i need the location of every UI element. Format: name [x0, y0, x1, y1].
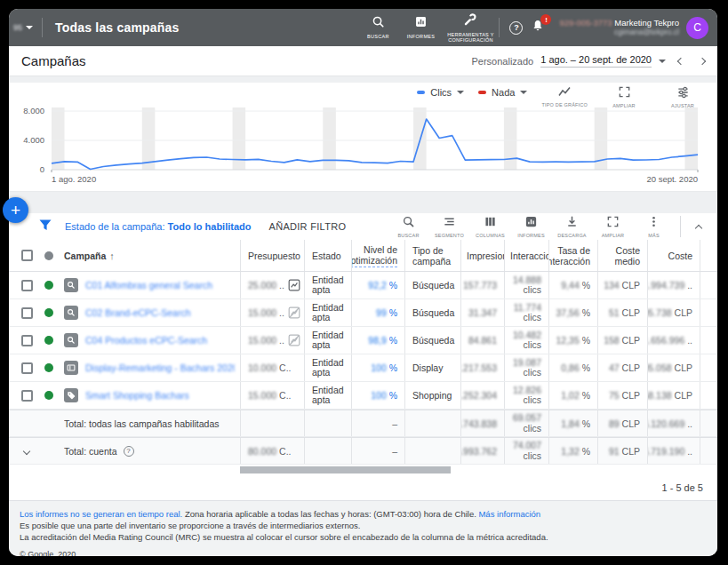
download-button[interactable]: DESCARGA [552, 215, 592, 238]
optimization-score[interactable]: 92,2 % [368, 280, 397, 290]
status-dot-enabled[interactable] [44, 391, 53, 400]
optimization-score[interactable]: 100 % [371, 362, 397, 373]
total-label: Total: todas las campañas habilitadas [64, 418, 220, 429]
header-estado[interactable]: Estado [304, 240, 351, 271]
page-title: Campañas [21, 53, 86, 68]
notifications-button[interactable]: ! [531, 19, 545, 36]
x-axis-end-label: 20 sept. 2020 [646, 174, 698, 184]
impressions-value: 31.347 [468, 307, 497, 318]
date-range-caret-icon[interactable] [659, 60, 666, 63]
status-dot-enabled[interactable] [44, 336, 53, 345]
header-tipo-campana[interactable]: Tipo de campaña [404, 240, 460, 271]
campaign-link[interactable]: Smart Shopping Bachars [85, 390, 189, 401]
clics-legend-dot [417, 91, 425, 94]
header-campaign[interactable]: Campaña↑ [64, 240, 240, 271]
optimization-score[interactable]: 99 % [376, 307, 397, 318]
campaign-link[interactable]: C02 Brand-eCPC-Search [85, 307, 190, 318]
toolbar-divider [680, 216, 681, 237]
add-campaign-fab[interactable]: + [3, 197, 28, 223]
search-button[interactable]: BUSCAR [356, 15, 399, 40]
nada-caret-icon [520, 91, 527, 94]
footer-realtime-link[interactable]: Los informes no se generan en tiempo rea… [20, 509, 182, 519]
interactions-value: 19.087clics [505, 358, 541, 378]
more-button[interactable]: MÁS [634, 215, 674, 238]
campaign-link[interactable]: C01 Alfombras general Search [85, 280, 212, 290]
date-prev-chevron[interactable] [677, 57, 684, 64]
entity-status: Entidad apta [312, 275, 348, 296]
header-coste-medio[interactable]: Coste medio [597, 240, 647, 271]
interactions-total: 74.007clics [505, 441, 541, 461]
status-dot-enabled[interactable] [44, 281, 53, 290]
series-selector-nada[interactable]: Nada [478, 87, 527, 98]
header-interacciones[interactable]: Interacciones [504, 240, 548, 271]
campaign-row[interactable]: C02 Brand-eCPC-Search 15.000 .. Entidad … [9, 299, 717, 327]
google-ads-window: 95 Todas las campañas BUSCAR INFORMES HE… [9, 9, 717, 556]
clics-time-series-chart: 8.0004.00001 ago. 202020 sept. 2020 [9, 104, 717, 192]
chart-adjust-button[interactable]: AJUSTAR [660, 85, 705, 108]
add-filter-button[interactable]: AÑADIR FILTRO [269, 221, 347, 232]
header-coste[interactable]: Coste [647, 240, 700, 271]
date-next-chevron[interactable] [699, 57, 706, 64]
segment-button[interactable]: SEGMENTO [429, 215, 469, 238]
optimization-score[interactable]: 98,9 % [368, 335, 397, 346]
help-icon[interactable]: ? [124, 446, 134, 457]
account-info: 929-005-3773 Marketing Tekpro cgimana@te… [559, 18, 679, 37]
footer-line-2: Es posible que una parte del inventario … [20, 520, 707, 531]
avatar[interactable]: C [686, 17, 708, 39]
chart-expand-button[interactable]: AMPLIAR [602, 85, 646, 108]
tools-settings-button[interactable]: HERRAMIENTAS Y CONFIGURACIÓN [442, 12, 499, 44]
chart-expand-label: AMPLIAR [612, 103, 636, 108]
table-expand-button[interactable]: AMPLIAR [593, 215, 633, 238]
date-range-selector[interactable]: 1 ago. – 20 sept. de 2020 [540, 54, 652, 68]
select-all-checkbox[interactable] [21, 250, 33, 261]
campaign-type: Búsqueda [404, 299, 460, 326]
collapse-table-button[interactable] [687, 215, 710, 238]
interactions-value: 12.826clics [505, 386, 541, 406]
row-checkbox[interactable] [21, 335, 33, 346]
series-selector-clics[interactable]: Clics [417, 87, 464, 98]
columns-button[interactable]: COLUMNAS [470, 215, 510, 238]
row-checkbox[interactable] [21, 307, 33, 319]
header-presupuesto[interactable]: Presupuesto [240, 240, 304, 271]
table-search-button[interactable]: BUSCAR [388, 215, 428, 238]
status-dot-enabled[interactable] [44, 363, 53, 372]
campaign-row[interactable]: Smart Shopping Bachars 15.000 C.. Entida… [9, 382, 717, 410]
campaign-row[interactable]: Display-Remarketing - Bachars 2020 10.00… [9, 354, 717, 382]
optimization-dash: – [392, 446, 397, 457]
footer-more-info-link[interactable]: Más información [478, 509, 540, 519]
interaction-rate-value: 0,86 % [561, 362, 590, 373]
row-checkbox[interactable] [21, 362, 33, 374]
row-checkbox[interactable] [21, 390, 33, 402]
header-nivel-optimizacion[interactable]: Nivel de optimización [351, 240, 404, 271]
chart-type-button[interactable]: TIPO DE GRÁFICO [541, 85, 588, 107]
expand-icon [618, 85, 631, 102]
help-button[interactable]: ? [509, 21, 523, 35]
account-switcher[interactable]: 95 [9, 9, 42, 46]
total-row: Total: todas las campañas habilitadas – … [9, 410, 717, 437]
performance-chart-panel: Clics Nada TIPO DE GRÁFICO AMPLIAR AJUST… [9, 83, 717, 192]
campaign-link[interactable]: Display-Remarketing - Bachars 2020 [85, 362, 235, 373]
expand-total-chevron[interactable] [23, 447, 30, 454]
filter-toolbar: Estado de la campaña: Todo lo habilitado… [9, 213, 717, 240]
cost-total: 6.120.669 .. [647, 418, 692, 429]
campaign-row[interactable]: C04 Productos eCPC-Search 15.000 .. Enti… [9, 327, 717, 354]
campaign-row[interactable]: C01 Alfombras general Search 25.000 .. E… [9, 272, 717, 299]
date-range-type: Personalizado [472, 56, 534, 67]
header-impresiones[interactable]: Impresiones [460, 240, 504, 271]
tune-icon [676, 85, 690, 102]
footer-line-3: La acreditación del Media Rating Council… [20, 531, 707, 543]
cost-value: 605.738 CLP [647, 307, 692, 318]
header-tasa-interaccion[interactable]: Tasa de interacción [548, 240, 597, 271]
campaign-link[interactable]: C04 Productos eCPC-Search [85, 335, 207, 346]
table-reports-button[interactable]: INFORMES [511, 215, 551, 238]
scrollbar-thumb[interactable] [240, 466, 451, 473]
search-campaign-type-icon [64, 278, 78, 292]
row-checkbox[interactable] [21, 280, 33, 291]
optimization-score[interactable]: 100 % [371, 390, 397, 401]
status-column-dot[interactable] [44, 251, 53, 260]
interaction-rate-value: 12,35 % [556, 335, 590, 346]
shopping-campaign-type-icon [64, 388, 78, 402]
campaign-status-filter[interactable]: Estado de la campaña: Todo lo habilitado [65, 221, 252, 232]
status-dot-enabled[interactable] [44, 308, 53, 317]
reports-button[interactable]: INFORMES [399, 15, 442, 40]
